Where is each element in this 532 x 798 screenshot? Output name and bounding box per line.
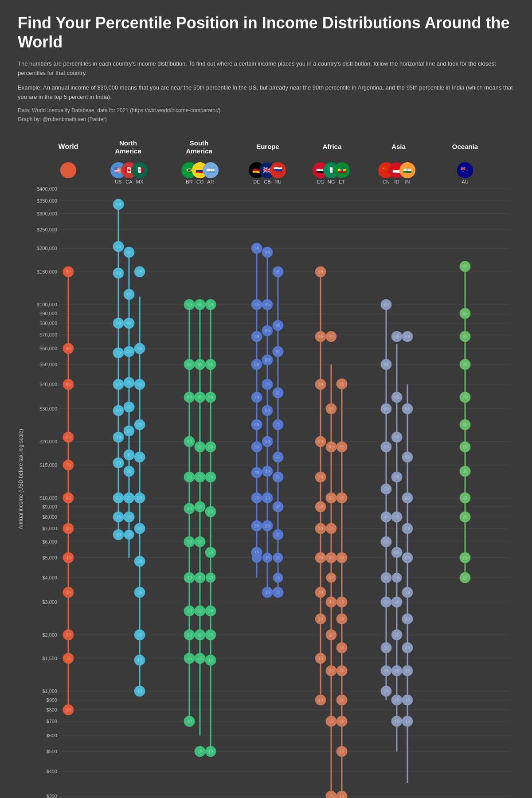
svg-text:95: 95 — [318, 334, 323, 339]
svg-text:$40,000: $40,000 — [39, 382, 57, 387]
svg-text:50: 50 — [394, 575, 399, 580]
svg-text:90: 90 — [265, 329, 270, 333]
svg-text:50: 50 — [187, 540, 192, 544]
svg-text:95: 95 — [339, 445, 344, 450]
svg-text:90: 90 — [197, 395, 203, 400]
svg-text:10: 10 — [394, 719, 399, 724]
svg-text:95: 95 — [137, 346, 142, 351]
page-container: Find Your Percentile Position in Income … — [0, 0, 532, 798]
svg-text:60: 60 — [66, 496, 71, 501]
svg-text:70: 70 — [187, 475, 192, 480]
svg-text:70: 70 — [339, 600, 344, 605]
svg-text:80: 80 — [405, 496, 410, 501]
svg-text:$2,000: $2,000 — [42, 632, 57, 638]
svg-text:50: 50 — [66, 526, 71, 531]
svg-text:95: 95 — [197, 362, 203, 367]
svg-text:60: 60 — [275, 455, 281, 460]
svg-text:50: 50 — [275, 475, 281, 480]
svg-text:90: 90 — [318, 382, 323, 387]
svg-text:30: 30 — [66, 590, 71, 595]
svg-text:$200,000: $200,000 — [37, 246, 57, 251]
svg-text:🇲🇽: 🇲🇽 — [135, 166, 144, 174]
data-source: Data: World Inequality Database, data fo… — [18, 107, 514, 113]
svg-text:30: 30 — [405, 645, 410, 650]
svg-text:99: 99 — [462, 264, 468, 269]
chart-area: Annual income (USD before tax; log scale… — [18, 136, 514, 798]
svg-text:AR: AR — [207, 179, 214, 184]
svg-text:AU: AU — [462, 179, 468, 184]
svg-text:90: 90 — [462, 334, 468, 339]
svg-text:15: 15 — [275, 575, 281, 580]
svg-text:80: 80 — [126, 349, 132, 354]
svg-text:Africa: Africa — [323, 143, 342, 150]
svg-text:CA: CA — [125, 179, 133, 184]
svg-text:80: 80 — [329, 496, 334, 501]
svg-text:60: 60 — [405, 555, 410, 560]
svg-text:40: 40 — [187, 575, 192, 580]
svg-text:$9,000: $9,000 — [42, 504, 57, 509]
svg-text:30: 30 — [254, 496, 259, 501]
svg-text:10: 10 — [197, 749, 203, 754]
svg-text:20: 20 — [66, 633, 71, 638]
svg-text:15: 15 — [405, 698, 410, 703]
svg-text:99: 99 — [66, 270, 71, 274]
svg-text:$500: $500 — [47, 749, 57, 754]
description-2: Example: An annual income of $30,000 mea… — [18, 83, 514, 102]
svg-text:40: 40 — [383, 575, 389, 580]
svg-text:90: 90 — [329, 445, 334, 450]
svg-text:99: 99 — [329, 334, 334, 339]
svg-text:80: 80 — [275, 391, 281, 395]
svg-text:CN: CN — [383, 179, 390, 184]
svg-text:$400,000: $400,000 — [37, 186, 57, 192]
svg-text:99: 99 — [383, 302, 389, 307]
svg-text:15: 15 — [339, 749, 344, 754]
svg-text:🇪🇹: 🇪🇹 — [337, 166, 346, 174]
svg-text:ET: ET — [339, 179, 345, 184]
svg-text:$90,000: $90,000 — [39, 311, 57, 316]
svg-text:50: 50 — [208, 550, 213, 555]
svg-text:90: 90 — [208, 395, 213, 400]
svg-text:$8,000: $8,000 — [42, 514, 57, 520]
svg-text:70: 70 — [197, 475, 203, 480]
svg-text:$60,000: $60,000 — [39, 346, 57, 351]
svg-text:40: 40 — [126, 453, 132, 458]
svg-text:30: 30 — [126, 469, 132, 474]
svg-text:40: 40 — [66, 555, 71, 560]
svg-text:$400: $400 — [47, 769, 57, 774]
svg-text:15: 15 — [383, 669, 389, 673]
svg-text:80: 80 — [339, 555, 344, 560]
svg-text:70: 70 — [137, 455, 142, 460]
svg-text:90: 90 — [275, 349, 281, 354]
svg-text:99: 99 — [275, 270, 281, 274]
svg-text:20: 20 — [197, 633, 203, 638]
svg-text:$250,000: $250,000 — [37, 227, 57, 232]
svg-text:20: 20 — [405, 669, 410, 673]
svg-text:30: 30 — [275, 532, 281, 537]
svg-text:30: 30 — [339, 698, 344, 703]
svg-text:$7,000: $7,000 — [42, 526, 57, 531]
svg-text:95: 95 — [116, 244, 121, 249]
svg-text:15: 15 — [394, 698, 399, 703]
svg-text:15: 15 — [66, 656, 71, 661]
svg-text:15: 15 — [208, 658, 213, 663]
svg-text:50: 50 — [329, 575, 334, 580]
svg-text:99: 99 — [318, 270, 323, 274]
svg-text:15: 15 — [116, 515, 121, 520]
svg-text:40: 40 — [405, 617, 410, 622]
svg-text:$300: $300 — [47, 794, 57, 798]
svg-text:70: 70 — [275, 422, 281, 427]
svg-text:99: 99 — [394, 334, 399, 339]
svg-point-10 — [60, 162, 76, 178]
svg-text:🇷🇺: 🇷🇺 — [274, 166, 282, 174]
svg-text:50: 50 — [339, 645, 344, 650]
svg-text:GB: GB — [264, 179, 271, 184]
svg-text:15: 15 — [197, 656, 203, 661]
svg-text:70: 70 — [329, 526, 334, 531]
svg-text:40: 40 — [462, 469, 468, 474]
svg-text:🇦🇺: 🇦🇺 — [461, 166, 469, 174]
svg-text:$70,000: $70,000 — [39, 332, 57, 337]
svg-text:20: 20 — [265, 524, 270, 528]
svg-text:CO: CO — [196, 179, 204, 184]
svg-text:60: 60 — [197, 505, 203, 509]
svg-text:90: 90 — [116, 271, 121, 276]
